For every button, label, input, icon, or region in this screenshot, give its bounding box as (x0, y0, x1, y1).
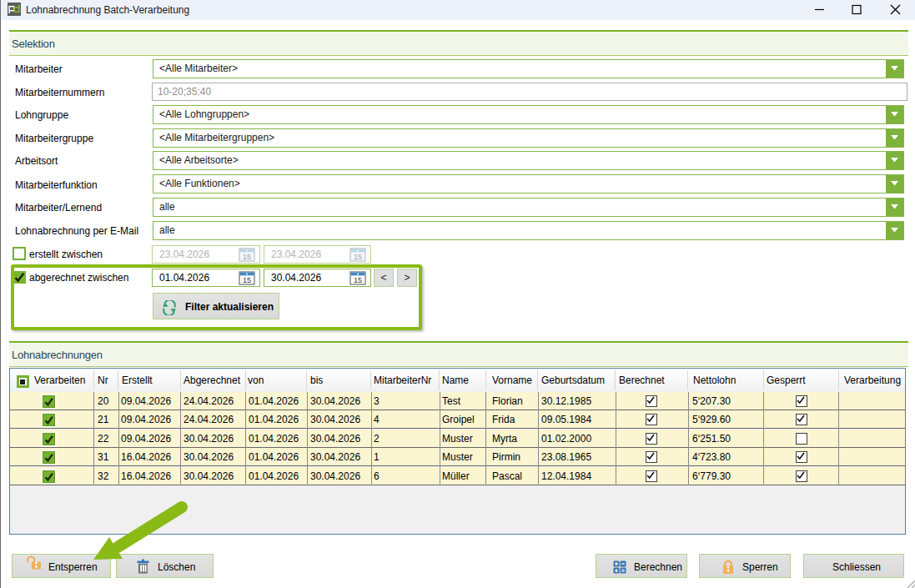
svg-text:15: 15 (354, 253, 362, 261)
svg-text:15: 15 (243, 253, 251, 261)
